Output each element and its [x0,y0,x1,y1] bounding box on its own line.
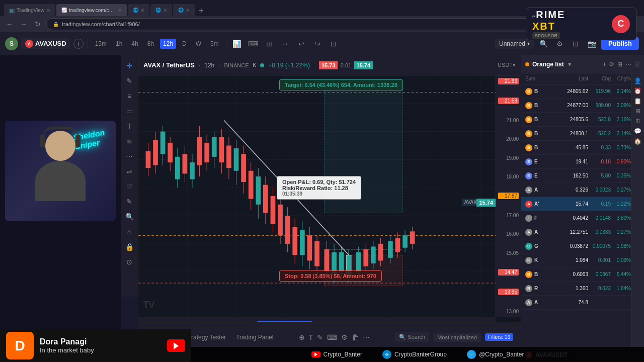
user-avatar[interactable]: S [5,37,18,50]
tf-1h[interactable]: 1h [113,39,125,49]
tf-4h[interactable]: 4h [128,39,141,49]
watchlist-add-btn[interactable]: + [603,61,606,68]
chart-type-btn[interactable]: 📊 [230,37,244,50]
browser-tab-4[interactable]: 🌐 ✕ [150,4,172,16]
pine-icon1[interactable]: ⊕ [299,333,305,341]
browser-tab-2[interactable]: 📈 tradingview.com/chart/2ai... ✕ [56,4,127,16]
add-indicator-btn[interactable]: + [73,39,84,49]
watchlist-row-7[interactable]: A A 0.326 0.0023 0.27% [521,183,644,197]
tf-15m[interactable]: 15m [92,39,110,49]
sym-cell-4: B B [525,144,555,151]
tf-W[interactable]: W [193,39,204,49]
tool-horizontal-line[interactable]: ≡ [123,89,136,103]
layouts-btn[interactable]: ⊞ [263,37,276,50]
tool-favorite[interactable]: ♡ [123,180,136,193]
watchlist-row-5[interactable]: E E 19.41 -0.18 -0.90% [521,155,644,169]
separator: · [199,62,200,69]
tf-D[interactable]: D [179,39,190,49]
watchlist-row-3[interactable]: B B 24800.1 520.2 2.14% [521,127,644,141]
pine-icon3[interactable]: ✎ [317,333,323,341]
right-icon-4[interactable]: ⊞ [635,108,640,115]
chart-canvas[interactable]: TV Target: 6.54 (43.46%) 654, Amount: 13… [138,75,496,317]
watchlist-row-12[interactable]: K K 1.084 0.001 0.09% [521,253,644,267]
tab-close-2[interactable]: ✕ [118,8,122,13]
exchange-label: BINANCE [224,62,249,68]
indicators-btn[interactable]: ⌨ [247,37,260,50]
compare-btn[interactable]: ↔ [279,37,292,50]
right-icon-3[interactable]: 📋 [634,98,641,105]
pine-icon2[interactable]: T [309,333,313,341]
browser-tab-5[interactable]: 🌐 ✕ [173,4,195,16]
undo-btn[interactable]: ↩ [295,37,308,50]
right-icon-1[interactable]: 👤 [634,77,641,84]
symbol-selector[interactable]: A AVAXUSD [21,38,70,49]
watchlist-row-4[interactable]: B B 45.85 0.33 0.73% [521,141,644,155]
trading-panel-tab[interactable]: Trading Panel [236,331,273,343]
tool-brush[interactable]: ✎ [123,195,136,208]
back-btn[interactable]: ← [4,19,15,30]
commenter-name: Dora Panagi [40,337,167,346]
tool-magnet[interactable]: ⊙ [123,255,136,268]
pine-more[interactable]: ⋯ [363,333,370,341]
redo-btn[interactable]: ↪ [311,37,324,50]
browser-tab-3[interactable]: 🌐 ✕ [128,4,149,16]
forward-btn[interactable]: → [18,19,29,30]
watchlist-list-btn[interactable]: ☰ [634,61,640,68]
right-icon-5[interactable]: 🗓 [635,118,641,125]
watchlist-row-2[interactable]: B B 24805.6 523.8 2.16% [521,113,644,127]
right-icon-7[interactable]: 🏠 [634,138,641,145]
filters-badge[interactable]: Filters: 16 [485,333,513,341]
tool-more-drawings[interactable]: ⋯ [123,150,136,163]
last-12: 1.084 [555,257,588,263]
tool-rectangle[interactable]: ▭ [123,105,136,118]
tf-8h[interactable]: 8h [144,39,157,49]
price-20-00: 20.00 [498,136,519,142]
sym-cell-10: A A [525,229,555,236]
watchlist-refresh-btn[interactable]: ⟳ [609,61,614,68]
sym-text-3: B [534,131,538,136]
sym-text-6: E [534,173,538,178]
watchlist-more-btn[interactable]: ⋯ [625,61,631,68]
strategy-tester-tab[interactable]: Strategy Tester [186,331,226,343]
watchlist-row-10[interactable]: A A 12.2751 0.0333 0.27% [521,225,644,239]
tool-gann-fan[interactable]: ⚛ [123,135,136,148]
tool-lock[interactable]: 🔒 [123,240,136,253]
watchlist-row-1[interactable]: B B 24877.00 509.00 2.09% [521,99,644,113]
refresh-btn[interactable]: ↻ [32,19,43,30]
watchlist-row-0[interactable]: B B 24805.62 519.96 2.14% [521,84,644,99]
watchlist-row-11[interactable]: G G 0.03872 0.00075 1.98% [521,239,644,253]
watchlist-row-6[interactable]: E E 162.50 5.80 0.35% [521,169,644,183]
watchlist-row-8[interactable]: A A' 15.74 0.19 1.22% [521,197,644,211]
watchlist-layout-btn[interactable]: ⊞ [617,61,622,68]
tool-text[interactable]: T [123,120,136,133]
watchlist-row-9[interactable]: F F 0.4042 0.0148 3.80% [521,211,644,225]
tool-measure[interactable]: ⇌ [123,165,136,178]
tab-close-1[interactable]: ✕ [46,8,50,13]
tool-pen[interactable]: ✎ [123,74,136,87]
most-cap[interactable]: Most capitalized [433,333,481,342]
pine-icon6[interactable]: 🗑 [352,333,359,341]
right-icon-6[interactable]: 💬 [634,128,641,135]
tf-5m[interactable]: 5m [207,39,222,49]
search-btn-pine[interactable]: 🔍 Search [395,332,429,342]
svg-rect-70 [325,249,330,272]
right-icon-2[interactable]: ⏰ [634,87,641,95]
svg-rect-26 [160,132,166,154]
watchlist-row-15[interactable]: A A 74.8 [521,296,644,310]
watchlist-row-14[interactable]: R R 1.360 0.022 1.64% [521,282,644,296]
svg-rect-88 [395,238,400,252]
tool-home[interactable]: ⌂ [123,225,136,238]
pine-icon5[interactable]: ⚙ [341,333,348,341]
new-tab-btn[interactable]: + [196,5,207,16]
browser-tab-1[interactable]: 📺 TradingView ✕ [4,4,55,16]
svg-rect-62 [292,227,297,255]
fullscreen-btn[interactable]: ⊡ [327,37,340,50]
watchlist-row-13[interactable]: B B 0.6063 0.0367 6.44% [521,267,644,282]
sym-cell-6: E E [525,172,555,179]
url-bar[interactable]: 🔒 tradingview.com/chart/2ai1f986/ [46,18,566,30]
social-twitter: 🐦 @Crypto_Banter [467,350,524,359]
pine-icon4[interactable]: ⌨ [327,333,337,341]
tool-crosshair[interactable]: ✛ [123,59,136,72]
tool-zoom[interactable]: 🔍 [123,210,136,223]
tf-12h[interactable]: 12h [160,39,176,49]
